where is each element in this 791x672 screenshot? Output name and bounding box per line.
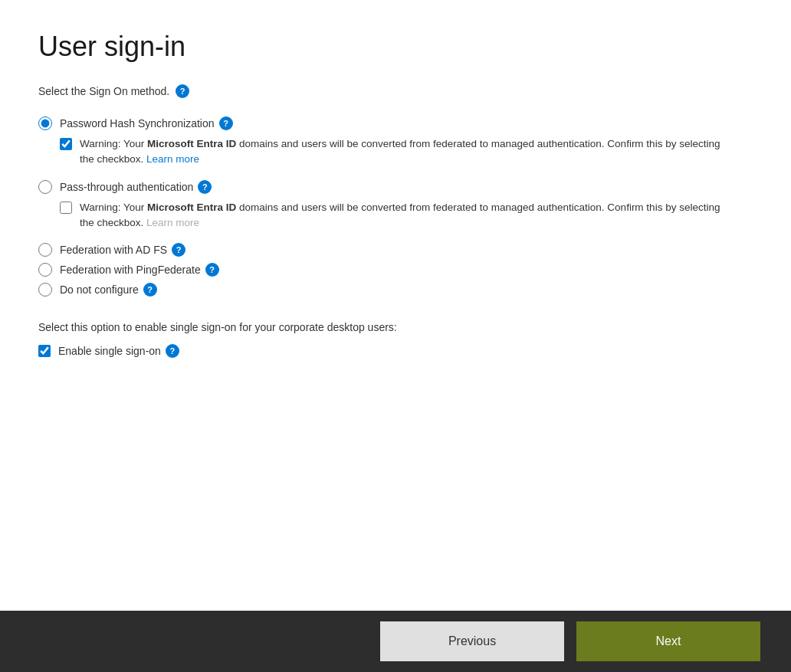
page-title: User sign-in (38, 31, 753, 63)
option-label-text-ping: Federation with PingFederate (60, 264, 201, 276)
option-federation-ping[interactable]: Federation with PingFederate ? (38, 263, 753, 277)
radio-federation-ping[interactable] (38, 263, 52, 277)
radio-federation-adfs[interactable] (38, 243, 52, 257)
radio-do-not-configure[interactable] (38, 283, 52, 297)
label-pass-through[interactable]: Pass-through authentication ? (60, 180, 212, 194)
warning-checkbox-pass-through[interactable] (60, 202, 72, 214)
next-button[interactable]: Next (576, 621, 760, 661)
option-label-text-adfs: Federation with AD FS (60, 244, 167, 256)
warning-box-password-hash: Warning: Your Microsoft Entra ID domains… (60, 136, 753, 168)
learn-more-link-pass-through[interactable]: Learn more (146, 217, 199, 228)
radio-password-hash[interactable] (38, 116, 52, 130)
option-password-hash[interactable]: Password Hash Synchronization ? (38, 116, 753, 130)
subtitle-text: Select the Sign On method. (38, 85, 169, 97)
help-icon-pass-through[interactable]: ? (198, 180, 212, 194)
help-icon-adfs[interactable]: ? (172, 243, 185, 257)
warning-text-pass-through: Warning: Your Microsoft Entra ID domains… (80, 200, 731, 231)
option-label-text-passthrough: Pass-through authentication (60, 181, 193, 193)
option-label-text-donotconfigure: Do not configure (60, 284, 139, 296)
option-do-not-configure[interactable]: Do not configure ? (38, 283, 753, 297)
radio-pass-through[interactable] (38, 180, 52, 194)
subtitle-help-icon[interactable]: ? (176, 84, 189, 98)
sso-checkbox-label[interactable]: Enable single sign-on ? (58, 344, 179, 358)
help-icon-ping[interactable]: ? (205, 263, 219, 277)
enable-sso-checkbox[interactable] (38, 345, 51, 357)
sso-label-text: Enable single sign-on (58, 345, 161, 357)
option-label-text: Password Hash Synchronization (60, 117, 215, 129)
sso-checkbox-option[interactable]: Enable single sign-on ? (38, 344, 753, 358)
warning-checkbox-password-hash[interactable] (60, 138, 72, 150)
warning-text-password-hash: Warning: Your Microsoft Entra ID domains… (80, 136, 731, 168)
learn-more-link-password-hash[interactable]: Learn more (146, 153, 199, 165)
previous-button[interactable]: Previous (380, 621, 564, 661)
sso-description: Select this option to enable single sign… (38, 321, 753, 333)
option-pass-through[interactable]: Pass-through authentication ? (38, 180, 753, 194)
subtitle-row: Select the Sign On method. ? (38, 84, 753, 98)
footer: Previous Next (0, 611, 791, 672)
label-federation-adfs[interactable]: Federation with AD FS ? (60, 243, 185, 257)
options-container: Password Hash Synchronization ? Warning:… (38, 116, 753, 303)
help-icon-sso[interactable]: ? (166, 344, 179, 358)
label-do-not-configure[interactable]: Do not configure ? (60, 283, 157, 297)
main-content: User sign-in Select the Sign On method. … (0, 0, 791, 611)
help-icon-password-hash[interactable]: ? (219, 116, 233, 130)
label-password-hash[interactable]: Password Hash Synchronization ? (60, 116, 233, 130)
option-federation-adfs[interactable]: Federation with AD FS ? (38, 243, 753, 257)
label-federation-ping[interactable]: Federation with PingFederate ? (60, 263, 219, 277)
sso-section: Select this option to enable single sign… (38, 321, 753, 358)
help-icon-do-not-configure[interactable]: ? (143, 283, 157, 297)
warning-box-pass-through: Warning: Your Microsoft Entra ID domains… (60, 200, 753, 231)
